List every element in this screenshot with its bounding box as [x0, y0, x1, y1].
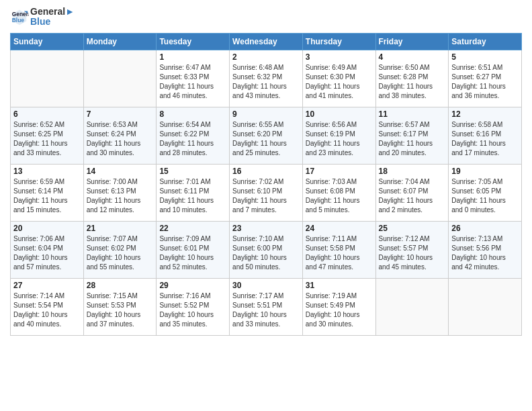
day-info: Sunrise: 6:58 AM Sunset: 6:16 PM Dayligh…: [451, 120, 519, 158]
calendar-cell: 17Sunrise: 7:03 AM Sunset: 6:08 PM Dayli…: [302, 164, 375, 221]
day-number: 29: [159, 281, 226, 290]
day-info: Sunrise: 7:11 AM Sunset: 5:58 PM Dayligh…: [306, 234, 373, 272]
calendar-cell: [449, 278, 522, 335]
col-header-sunday: Sunday: [11, 33, 84, 50]
calendar-cell: 20Sunrise: 7:06 AM Sunset: 6:04 PM Dayli…: [11, 221, 84, 278]
day-info: Sunrise: 6:47 AM Sunset: 6:33 PM Dayligh…: [159, 63, 226, 101]
calendar-cell: 22Sunrise: 7:09 AM Sunset: 6:01 PM Dayli…: [157, 221, 230, 278]
day-number: 11: [379, 109, 446, 119]
day-info: Sunrise: 6:50 AM Sunset: 6:28 PM Dayligh…: [379, 63, 446, 101]
calendar-cell: 3Sunrise: 6:49 AM Sunset: 6:30 PM Daylig…: [302, 50, 375, 107]
day-number: 21: [87, 224, 154, 233]
day-info: Sunrise: 7:06 AM Sunset: 6:04 PM Dayligh…: [13, 234, 81, 272]
day-info: Sunrise: 6:57 AM Sunset: 6:17 PM Dayligh…: [379, 120, 446, 158]
day-number: 20: [13, 224, 81, 233]
page-header: General Blue General► Blue: [10, 7, 522, 28]
calendar-cell: 24Sunrise: 7:11 AM Sunset: 5:58 PM Dayli…: [302, 221, 375, 278]
week-row-5: 27Sunrise: 7:14 AM Sunset: 5:54 PM Dayli…: [11, 278, 522, 335]
week-row-2: 6Sunrise: 6:52 AM Sunset: 6:25 PM Daylig…: [11, 107, 522, 164]
calendar-cell: 13Sunrise: 6:59 AM Sunset: 6:14 PM Dayli…: [11, 164, 84, 221]
day-number: 6: [13, 109, 81, 119]
calendar-cell: 10Sunrise: 6:56 AM Sunset: 6:19 PM Dayli…: [302, 107, 375, 164]
day-number: 19: [451, 167, 519, 176]
day-info: Sunrise: 7:14 AM Sunset: 5:54 PM Dayligh…: [13, 291, 81, 329]
day-info: Sunrise: 7:19 AM Sunset: 5:49 PM Dayligh…: [306, 291, 373, 329]
calendar-cell: 31Sunrise: 7:19 AM Sunset: 5:49 PM Dayli…: [302, 278, 375, 335]
day-number: 23: [232, 224, 300, 233]
day-number: 13: [13, 167, 81, 176]
day-number: 28: [87, 281, 154, 290]
day-info: Sunrise: 7:16 AM Sunset: 5:52 PM Dayligh…: [159, 291, 226, 329]
calendar-cell: 12Sunrise: 6:58 AM Sunset: 6:16 PM Dayli…: [449, 107, 522, 164]
calendar-cell: [375, 278, 449, 335]
day-info: Sunrise: 6:52 AM Sunset: 6:25 PM Dayligh…: [13, 120, 81, 158]
day-number: 15: [159, 167, 226, 176]
day-info: Sunrise: 6:49 AM Sunset: 6:30 PM Dayligh…: [306, 63, 373, 101]
day-info: Sunrise: 6:59 AM Sunset: 6:14 PM Dayligh…: [13, 177, 81, 215]
day-info: Sunrise: 7:10 AM Sunset: 6:00 PM Dayligh…: [232, 234, 300, 272]
calendar-cell: 5Sunrise: 6:51 AM Sunset: 6:27 PM Daylig…: [449, 50, 522, 107]
day-info: Sunrise: 7:02 AM Sunset: 6:10 PM Dayligh…: [232, 177, 300, 215]
day-info: Sunrise: 6:56 AM Sunset: 6:19 PM Dayligh…: [306, 120, 373, 158]
day-info: Sunrise: 7:15 AM Sunset: 5:53 PM Dayligh…: [87, 291, 154, 329]
logo-blue-text: Blue: [30, 17, 75, 27]
calendar-cell: 25Sunrise: 7:12 AM Sunset: 5:57 PM Dayli…: [375, 221, 449, 278]
header-row: SundayMondayTuesdayWednesdayThursdayFrid…: [11, 33, 522, 50]
calendar-cell: 21Sunrise: 7:07 AM Sunset: 6:02 PM Dayli…: [83, 221, 157, 278]
day-number: 9: [232, 109, 300, 119]
day-number: 27: [13, 281, 81, 290]
day-info: Sunrise: 6:51 AM Sunset: 6:27 PM Dayligh…: [451, 63, 519, 101]
logo-icon: General Blue: [10, 7, 29, 26]
day-number: 22: [159, 224, 226, 233]
calendar-cell: 27Sunrise: 7:14 AM Sunset: 5:54 PM Dayli…: [11, 278, 84, 335]
col-header-saturday: Saturday: [449, 33, 522, 50]
calendar-cell: 8Sunrise: 6:54 AM Sunset: 6:22 PM Daylig…: [157, 107, 230, 164]
calendar-cell: 2Sunrise: 6:48 AM Sunset: 6:32 PM Daylig…: [230, 50, 303, 107]
day-number: 5: [451, 52, 519, 62]
calendar-cell: [11, 50, 84, 107]
day-number: 24: [306, 224, 373, 233]
svg-text:Blue: Blue: [12, 17, 24, 24]
week-row-3: 13Sunrise: 6:59 AM Sunset: 6:14 PM Dayli…: [11, 164, 522, 221]
day-number: 12: [451, 109, 519, 119]
day-number: 1: [159, 52, 226, 62]
day-number: 8: [159, 109, 226, 119]
day-info: Sunrise: 7:03 AM Sunset: 6:08 PM Dayligh…: [306, 177, 373, 215]
day-number: 17: [306, 167, 373, 176]
col-header-thursday: Thursday: [302, 33, 375, 50]
calendar-cell: 19Sunrise: 7:05 AM Sunset: 6:05 PM Dayli…: [449, 164, 522, 221]
day-number: 30: [232, 281, 300, 290]
day-info: Sunrise: 7:01 AM Sunset: 6:11 PM Dayligh…: [159, 177, 226, 215]
week-row-4: 20Sunrise: 7:06 AM Sunset: 6:04 PM Dayli…: [11, 221, 522, 278]
calendar-cell: [83, 50, 157, 107]
day-number: 3: [306, 52, 373, 62]
day-number: 31: [306, 281, 373, 290]
day-number: 7: [87, 109, 154, 119]
day-number: 18: [379, 167, 446, 176]
calendar-cell: 9Sunrise: 6:55 AM Sunset: 6:20 PM Daylig…: [230, 107, 303, 164]
day-info: Sunrise: 7:07 AM Sunset: 6:02 PM Dayligh…: [87, 234, 154, 272]
calendar-cell: 18Sunrise: 7:04 AM Sunset: 6:07 PM Dayli…: [375, 164, 449, 221]
calendar-cell: 6Sunrise: 6:52 AM Sunset: 6:25 PM Daylig…: [11, 107, 84, 164]
week-row-1: 1Sunrise: 6:47 AM Sunset: 6:33 PM Daylig…: [11, 50, 522, 107]
day-info: Sunrise: 7:17 AM Sunset: 5:51 PM Dayligh…: [232, 291, 300, 329]
col-header-wednesday: Wednesday: [230, 33, 303, 50]
day-info: Sunrise: 7:05 AM Sunset: 6:05 PM Dayligh…: [451, 177, 519, 215]
calendar-cell: 28Sunrise: 7:15 AM Sunset: 5:53 PM Dayli…: [83, 278, 157, 335]
day-info: Sunrise: 7:13 AM Sunset: 5:56 PM Dayligh…: [451, 234, 519, 272]
day-info: Sunrise: 6:48 AM Sunset: 6:32 PM Dayligh…: [232, 63, 300, 101]
day-info: Sunrise: 7:00 AM Sunset: 6:13 PM Dayligh…: [87, 177, 154, 215]
calendar-cell: 16Sunrise: 7:02 AM Sunset: 6:10 PM Dayli…: [230, 164, 303, 221]
col-header-tuesday: Tuesday: [157, 33, 230, 50]
day-number: 10: [306, 109, 373, 119]
day-info: Sunrise: 6:54 AM Sunset: 6:22 PM Dayligh…: [159, 120, 226, 158]
day-number: 26: [451, 224, 519, 233]
day-number: 16: [232, 167, 300, 176]
calendar-cell: 1Sunrise: 6:47 AM Sunset: 6:33 PM Daylig…: [157, 50, 230, 107]
calendar-cell: 29Sunrise: 7:16 AM Sunset: 5:52 PM Dayli…: [157, 278, 230, 335]
calendar-cell: 30Sunrise: 7:17 AM Sunset: 5:51 PM Dayli…: [230, 278, 303, 335]
calendar-table: SundayMondayTuesdayWednesdayThursdayFrid…: [10, 33, 522, 336]
day-info: Sunrise: 7:12 AM Sunset: 5:57 PM Dayligh…: [379, 234, 446, 272]
calendar-cell: 26Sunrise: 7:13 AM Sunset: 5:56 PM Dayli…: [449, 221, 522, 278]
calendar-cell: 14Sunrise: 7:00 AM Sunset: 6:13 PM Dayli…: [83, 164, 157, 221]
